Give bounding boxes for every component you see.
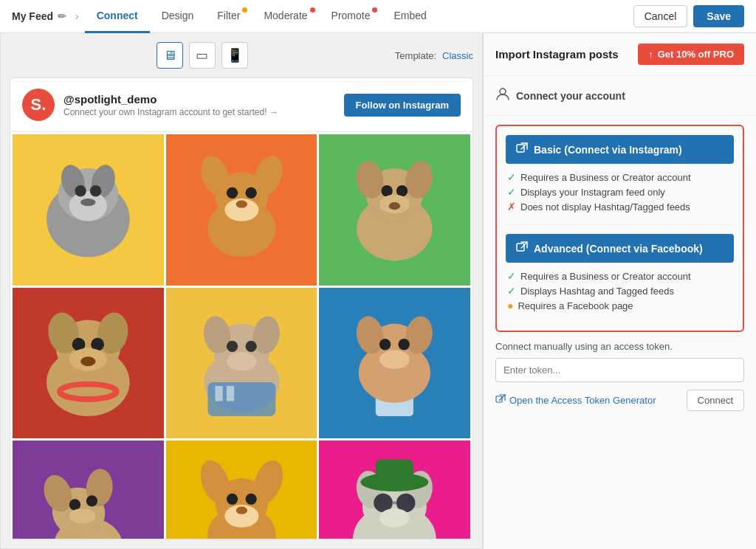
token-row: Open the Access Token Generator Connect <box>495 390 744 411</box>
photo-cell-9 <box>319 441 470 539</box>
advanced-external-icon <box>516 241 528 255</box>
dog-photo-6 <box>319 288 470 439</box>
connect-account-row: Connect your account <box>495 86 744 105</box>
pro-icon: ↑ <box>648 49 653 60</box>
options-area: Basic (Connect via Instagram) ✓ Requires… <box>484 116 756 341</box>
svg-point-37 <box>227 340 238 351</box>
svg-point-55 <box>69 500 80 511</box>
token-generator-label: Open the Access Token Generator <box>509 395 656 406</box>
promote-dot <box>372 7 377 13</box>
check-icon-2: ✓ <box>507 186 516 198</box>
svg-point-31 <box>80 356 95 366</box>
basic-connect-button[interactable]: Basic (Connect via Instagram) <box>506 135 734 164</box>
tab-moderate[interactable]: Moderate <box>252 0 319 33</box>
basic-feature-1: ✓ Requires a Business or Creator account <box>507 171 732 183</box>
connect-account-section: Connect your account <box>484 76 756 116</box>
advanced-features: ✓ Requires a Business or Creator account… <box>506 270 734 314</box>
connect-token-button[interactable]: Connect <box>687 390 744 411</box>
photo-cell-7 <box>13 441 164 539</box>
svg-point-39 <box>227 352 257 371</box>
svg-rect-41 <box>215 386 222 401</box>
svg-point-38 <box>245 340 256 351</box>
svg-point-56 <box>86 496 97 507</box>
pro-button[interactable]: ↑ Get 10% off PRO <box>638 44 744 65</box>
basic-features: ✓ Requires a Business or Creator account… <box>506 171 734 215</box>
svg-point-63 <box>227 494 238 505</box>
svg-point-21 <box>396 185 408 196</box>
svg-rect-42 <box>227 386 234 401</box>
basic-external-icon <box>516 142 528 156</box>
token-input[interactable] <box>495 358 744 382</box>
dog-photo-5 <box>166 288 317 439</box>
manual-label: Connect manually using an access token. <box>495 341 744 352</box>
options-border-box: Basic (Connect via Instagram) ✓ Requires… <box>495 125 744 332</box>
save-button[interactable]: Save <box>693 5 744 27</box>
avatar: S. <box>22 89 55 121</box>
left-panel: 🖥 ▭ 📱 Template: Classic S. @spotlight_de… <box>0 33 483 549</box>
device-row: 🖥 ▭ 📱 Template: Classic <box>10 42 473 69</box>
photo-cell-8 <box>166 441 317 539</box>
dog-photo-1 <box>13 134 164 286</box>
svg-point-20 <box>382 185 393 196</box>
check-icon-3: ✓ <box>507 270 516 282</box>
advanced-feature-3: ● Requires a Facebook page <box>507 300 732 311</box>
template-classic-link[interactable]: Classic <box>442 50 473 61</box>
tablet-view-icon[interactable]: ▭ <box>189 42 216 69</box>
svg-rect-78 <box>517 244 524 251</box>
circle-icon-1: ● <box>507 300 513 311</box>
feed-title-area: My Feed ✏ <box>12 10 66 22</box>
svg-point-50 <box>379 350 410 369</box>
tab-design[interactable]: Design <box>150 0 206 33</box>
photo-cell-5 <box>166 288 317 439</box>
basic-option-row: Basic (Connect via Instagram) ✓ Requires… <box>506 135 734 215</box>
advanced-button-label: Advanced (Connect via Facebook) <box>534 243 703 255</box>
main-content: 🖥 ▭ 📱 Template: Classic S. @spotlight_de… <box>0 33 756 549</box>
dog-photo-4 <box>13 288 164 439</box>
dog-photo-8 <box>166 441 317 539</box>
svg-point-13 <box>227 187 238 198</box>
svg-point-5 <box>75 185 86 196</box>
photo-cell-4 <box>13 288 164 439</box>
tab-filter[interactable]: Filter <box>205 0 252 33</box>
dog-photo-3 <box>319 134 470 286</box>
moderate-dot <box>310 7 315 13</box>
edit-icon[interactable]: ✏ <box>58 10 66 22</box>
tab-embed[interactable]: Embed <box>382 0 438 33</box>
svg-rect-71 <box>376 460 413 484</box>
check-icon-1: ✓ <box>507 171 516 183</box>
basic-feature-2: ✓ Displays your Instagram feed only <box>507 186 732 198</box>
mobile-view-icon[interactable]: 📱 <box>221 42 248 69</box>
desktop-view-icon[interactable]: 🖥 <box>157 42 183 69</box>
follow-instagram-button[interactable]: Follow on Instagram <box>344 94 461 117</box>
tab-promote[interactable]: Promote <box>320 0 382 33</box>
photo-cell-2 <box>166 134 317 286</box>
svg-point-75 <box>379 508 410 528</box>
svg-point-76 <box>500 89 506 94</box>
template-label: Template: Classic <box>395 49 473 61</box>
svg-point-65 <box>236 507 247 514</box>
svg-point-4 <box>69 191 107 221</box>
manual-token-section: Connect manually using an access token. … <box>484 341 756 421</box>
feed-preview: S. @spotlight_demo Connect your own Inst… <box>10 77 473 539</box>
advanced-feature-2: ✓ Displays Hashtag and Tagged feeds <box>507 285 732 297</box>
options-divider <box>506 224 734 225</box>
advanced-connect-button[interactable]: Advanced (Connect via Facebook) <box>506 234 734 263</box>
svg-point-49 <box>399 339 410 350</box>
svg-point-57 <box>69 508 96 523</box>
photo-cell-3 <box>319 134 470 286</box>
nav-tabs: Connect Design Filter Moderate Promote E… <box>85 0 439 33</box>
cancel-button[interactable]: Cancel <box>633 5 688 27</box>
svg-point-64 <box>245 494 256 505</box>
advanced-feature-1: ✓ Requires a Business or Creator account <box>507 270 732 282</box>
tab-connect[interactable]: Connect <box>85 0 150 33</box>
dog-photo-2 <box>166 134 317 286</box>
svg-point-6 <box>90 185 101 196</box>
photo-cell-1 <box>13 134 164 286</box>
feed-title: My Feed <box>12 10 53 22</box>
top-nav: My Feed ✏ › Connect Design Filter Modera… <box>0 0 756 33</box>
svg-point-48 <box>379 339 391 350</box>
svg-point-15 <box>236 201 247 208</box>
token-generator-link[interactable]: Open the Access Token Generator <box>495 394 656 407</box>
connect-account-label: Connect your account <box>516 90 625 102</box>
user-info: @spotlight_demo Connect your own Instagr… <box>63 93 344 117</box>
